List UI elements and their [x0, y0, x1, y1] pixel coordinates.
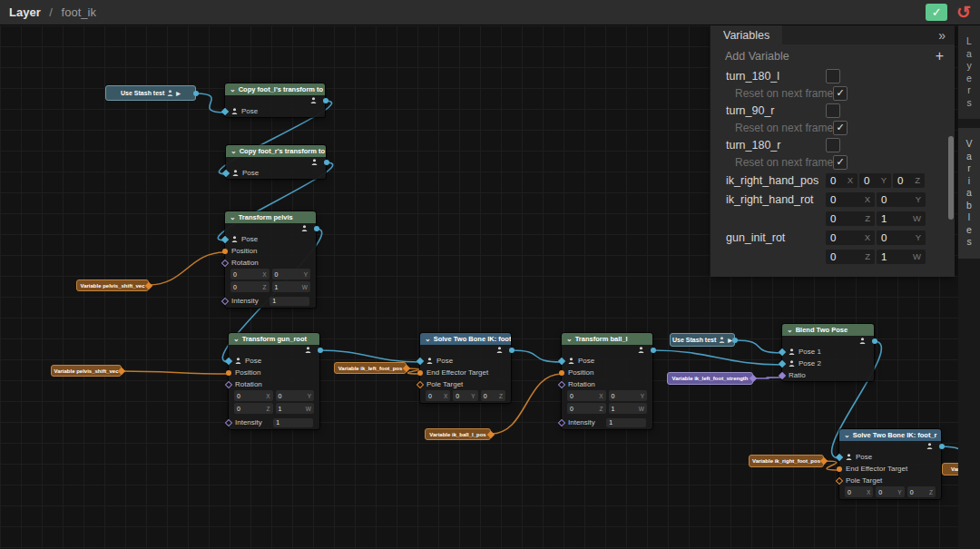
use-stash-test-tag[interactable]: Use Stash test▶: [105, 85, 196, 101]
value-field[interactable]: 0X: [567, 390, 606, 401]
value-field[interactable]: 0Y: [876, 486, 904, 497]
pose-output-pin[interactable]: [314, 226, 319, 231]
tag-output-pin[interactable]: [732, 338, 738, 343]
value-field[interactable]: 0Y: [276, 390, 315, 401]
value-field[interactable]: 1W: [276, 403, 315, 414]
tag-output-pin[interactable]: [193, 91, 199, 96]
pose-output-pin[interactable]: [939, 444, 945, 449]
variable-value-field[interactable]: 0Z: [826, 250, 875, 264]
collapse-chevron-icon[interactable]: ⌄: [230, 215, 236, 220]
collapse-chevron-icon[interactable]: ⌄: [787, 328, 793, 332]
variable-ik-left-foot-strength-tag[interactable]: Variable ik_left_foot_strength: [667, 372, 753, 385]
value-field[interactable]: 0X: [845, 486, 873, 497]
value-field[interactable]: 1: [273, 418, 313, 427]
reset-checkbox[interactable]: ✓: [833, 155, 848, 170]
field-value: 0: [233, 271, 237, 278]
collapse-chevron-icon[interactable]: ⌄: [425, 337, 431, 341]
variable-ik-right-foot-pos-tag[interactable]: Variable ik_right_foot_pos: [749, 455, 824, 467]
axis-label: X: [865, 194, 870, 204]
input-label: Pose: [436, 357, 453, 365]
add-variable-button[interactable]: +: [936, 49, 944, 64]
value-field[interactable]: 0Y: [609, 390, 648, 401]
reset-row-turn-90-r: Reset on next frame✓: [710, 119, 955, 136]
value-field[interactable]: 0Z: [481, 390, 505, 401]
variable-checkbox[interactable]: [826, 103, 840, 118]
variable-value-field[interactable]: 0Z: [893, 173, 925, 188]
ik-foot-l-node[interactable]: ⌄Solve Two Bone IK: foot_lPoseEnd Effect…: [420, 333, 511, 403]
copy-foot-r-node[interactable]: ⌄Copy foot_r's transform to ik_f...Pose: [226, 145, 326, 179]
node-header[interactable]: ⌄Copy foot_l's transform to ik_f...: [225, 83, 325, 95]
pose-output-pin[interactable]: [324, 160, 329, 165]
value-field[interactable]: 1: [270, 297, 309, 306]
value-field[interactable]: 0Z: [567, 403, 606, 414]
panel-scrollbar[interactable]: [948, 136, 954, 220]
side-tab-layers[interactable]: Layers: [958, 25, 980, 119]
pose-output-pin[interactable]: [323, 98, 328, 103]
transform-gun-root-node[interactable]: ⌄Transform gun_rootPosePositionRotation0…: [229, 333, 319, 429]
collapse-chevron-icon[interactable]: ⌄: [230, 87, 236, 92]
use-stash-test-tag[interactable]: Use Stash test▶: [670, 333, 735, 347]
variable-value-field[interactable]: 0X: [826, 173, 858, 188]
value-field[interactable]: 0X: [426, 390, 450, 401]
node-header[interactable]: ⌄Copy foot_r's transform to ik_f...: [226, 145, 326, 157]
copy-foot-l-node[interactable]: ⌄Copy foot_l's transform to ik_f...Pose: [225, 83, 325, 117]
position-input-pin[interactable]: [559, 370, 564, 376]
collapse-chevron-icon[interactable]: ⌄: [230, 149, 237, 153]
variable-checkbox[interactable]: [826, 69, 840, 83]
variable-value-field[interactable]: 0Z: [826, 211, 875, 226]
blend-two-pose-node[interactable]: ⌄Blend Two PosePose 1Pose 2Ratio: [782, 324, 874, 381]
node-header[interactable]: ⌄Transform ball_l: [562, 333, 652, 345]
variable-value-field[interactable]: 1W: [877, 211, 926, 226]
variable-pelvis-shift-vec-tag[interactable]: Variable pelvis_shift_vec: [76, 279, 149, 291]
node-header[interactable]: ⌄Transform gun_root: [229, 333, 319, 345]
reset-checkbox[interactable]: ✓: [833, 121, 848, 135]
pose-output-pin[interactable]: [872, 338, 877, 344]
collapse-chevron-icon[interactable]: ⌄: [233, 337, 240, 341]
collapse-chevron-icon[interactable]: ⌄: [566, 337, 573, 341]
value-field[interactable]: 0X: [234, 390, 273, 401]
node-header[interactable]: ⌄Transform pelvis: [225, 211, 316, 223]
value-field[interactable]: 0Z: [907, 486, 936, 497]
variable-value-field[interactable]: 0X: [826, 230, 875, 245]
pose-output-pin[interactable]: [651, 348, 656, 353]
variable-pelvis-shift-vec-tag[interactable]: Variable pelvis_shift_vec: [51, 365, 122, 377]
value-field[interactable]: 0Y: [272, 269, 311, 279]
variable-value-field[interactable]: 0Y: [877, 192, 926, 207]
node-header[interactable]: ⌄Solve Two Bone IK: foot_r: [839, 429, 941, 441]
end-effector-target-input-pin[interactable]: [417, 370, 423, 376]
position-input-pin[interactable]: [226, 370, 231, 376]
confirm-button[interactable]: ✓: [926, 4, 947, 21]
transform-ball-l-node[interactable]: ⌄Transform ball_lPosePositionRotation0X0…: [562, 333, 652, 429]
reset-checkbox[interactable]: ✓: [833, 86, 848, 101]
value-field[interactable]: 0Z: [234, 403, 273, 414]
value-field[interactable]: 1: [606, 418, 646, 427]
value-field[interactable]: 0Z: [230, 281, 270, 292]
variable-value-field[interactable]: 0X: [826, 192, 875, 207]
pose-output-pin[interactable]: [509, 348, 514, 353]
variable-ik-left-foot-pos-tag[interactable]: Variable ik_left_foot_pos: [334, 362, 407, 374]
value-field[interactable]: 1W: [609, 403, 648, 414]
side-tab-variables[interactable]: Variables: [958, 128, 980, 259]
axis-label: W: [639, 406, 644, 412]
collapse-chevron-icon[interactable]: ⌄: [844, 433, 850, 437]
variable-value-field[interactable]: 0Y: [877, 230, 926, 245]
node-header[interactable]: ⌄Solve Two Bone IK: foot_l: [420, 333, 511, 345]
transform-pelvis-node[interactable]: ⌄Transform pelvisPosePositionRotation0X0…: [225, 211, 316, 308]
pose-output-pin[interactable]: [318, 348, 323, 353]
undo-icon[interactable]: ↺: [956, 4, 971, 21]
value-field[interactable]: 0X: [230, 269, 270, 279]
person-icon: [846, 453, 852, 461]
node-header[interactable]: ⌄Blend Two Pose: [782, 324, 874, 336]
breadcrumb-layer[interactable]: Layer: [9, 5, 41, 19]
value-field[interactable]: 0Y: [453, 390, 477, 401]
variable-value-field[interactable]: 0Y: [859, 173, 891, 188]
ik-foot-r-node[interactable]: ⌄Solve Two Bone IK: foot_rPoseEnd Effect…: [839, 429, 941, 499]
variable-checkbox[interactable]: [826, 138, 840, 152]
axis-label: Z: [915, 175, 920, 185]
end-effector-target-input-pin[interactable]: [837, 466, 842, 472]
value-field[interactable]: 1W: [272, 281, 311, 292]
variable-ik-ball-l-pos-tag[interactable]: Variable ik_ball_l_pos: [425, 428, 491, 440]
variable-value-field[interactable]: 1W: [877, 250, 926, 264]
collapse-panel-icon[interactable]: »: [938, 28, 955, 43]
position-input-pin[interactable]: [222, 249, 228, 254]
